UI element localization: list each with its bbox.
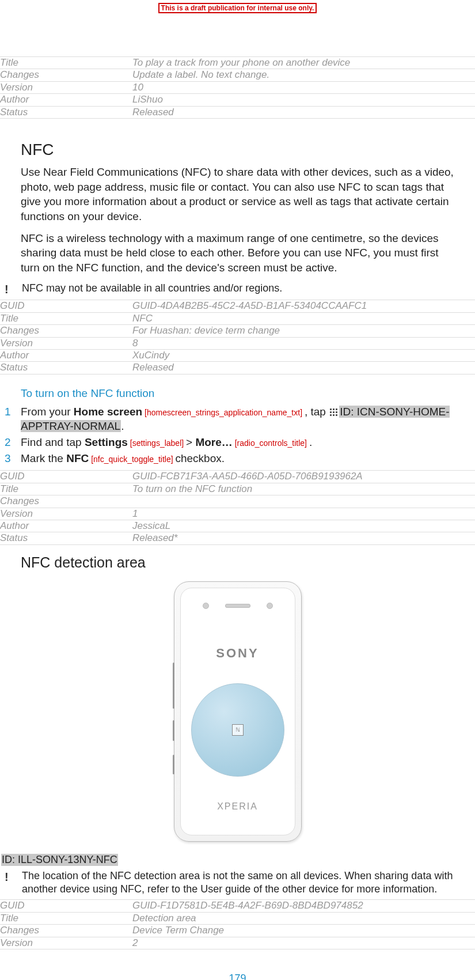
step-3: Mark the NFC [nfc_quick_toggle_title] ch… [5,451,475,466]
svg-rect-1 [333,408,335,410]
note-2: ! The location of the NFC detection area… [0,869,475,896]
phone-side-button [173,755,174,774]
meta-key: GUID [0,300,132,312]
draft-banner: This is a draft publication for internal… [0,1,475,13]
ref-radio-controls: [radio_controls_title] [233,438,309,448]
steps-list: From your Home screen [homescreen_string… [0,404,475,466]
meta-key: Version [0,508,132,520]
meta-key: GUID [0,471,132,483]
phone-outline: SONY ℕ XPERIA [174,581,302,842]
meta-key: Changes [0,69,132,81]
speaker-slit-icon [225,604,250,608]
meta-val: Released [132,106,475,118]
meta-val: To turn on the NFC function [132,483,475,495]
meta-key: Changes [0,325,132,337]
important-icon: ! [0,869,22,884]
draft-banner-text: This is a draft publication for internal… [158,3,317,13]
important-icon: ! [0,282,22,296]
meta-key: Title [0,483,132,495]
meta-val: 8 [132,337,475,349]
svg-rect-5 [336,411,337,413]
phone-side-button [173,663,174,709]
ref-nfc-toggle: [nfc_quick_toggle_title] [89,455,175,464]
term-nfc: NFC [66,452,89,464]
meta-key: GUID [0,900,132,912]
note-1: ! NFC may not be available in all countr… [0,282,475,296]
meta-key: Version [0,81,132,93]
phone-top-sensors [181,599,295,614]
metadata-table-4: GUIDGUID-F1D7581D-5E4B-4A2F-B69D-8BD4BD9… [0,899,475,949]
meta-key: Changes [0,925,132,937]
meta-val: NFC [132,312,475,324]
step-1: From your Home screen [homescreen_string… [5,404,475,434]
sony-logo: SONY [181,646,295,661]
svg-rect-4 [333,411,335,413]
svg-rect-8 [336,414,337,416]
meta-key: Status [0,362,132,374]
nfc-area-circle: ℕ [191,683,284,777]
meta-key: Version [0,937,132,949]
meta-val: 2 [132,937,475,949]
camera-dot-icon [203,603,209,609]
svg-rect-2 [336,408,337,410]
meta-val: GUID-4DA4B2B5-45C2-4A5D-B1AF-53404CCAAFC… [132,300,475,312]
svg-rect-0 [330,408,332,410]
meta-key: Author [0,350,132,362]
meta-key: Author [0,94,132,106]
meta-key: Title [0,57,132,69]
nfc-symbol-icon: ℕ [232,724,244,736]
illustration-id: ID: ILL-SONY-13NY-NFC [1,854,118,866]
heading-nfc: NFC [21,141,454,159]
meta-val: GUID-F1D7581D-5E4B-4A2F-B69D-8BD4BD97485… [132,900,475,912]
heading-nfc-detection: NFC detection area [21,554,454,571]
apptray-grid-icon [330,408,338,417]
meta-val: Released [132,362,475,374]
meta-val: Update a label. No text change. [132,69,475,81]
meta-key: Author [0,520,132,532]
meta-key: Status [0,532,132,544]
meta-val [132,495,475,508]
page-footer: 179 This is an Internet version of this … [0,973,475,980]
term-home-screen: Home screen [74,406,142,418]
meta-val: JessicaL [132,520,475,532]
svg-rect-7 [333,414,335,416]
meta-key: Version [0,337,132,349]
term-more: More… [195,436,232,448]
meta-key: Title [0,912,132,924]
meta-val: Detection area [132,912,475,924]
meta-key: Status [0,106,132,118]
term-settings: Settings [85,436,128,448]
meta-key: Title [0,312,132,324]
svg-rect-3 [330,411,332,413]
subheading-turn-on-nfc: To turn on the NFC function [21,387,454,400]
meta-val: GUID-FCB71F3A-AA5D-466D-A05D-706B9193962… [132,471,475,483]
note-1-text: NFC may not be available in all countrie… [22,282,282,295]
flash-dot-icon [267,603,273,609]
meta-key: Changes [0,495,132,508]
xperia-logo: XPERIA [181,801,295,812]
meta-val: Released* [132,532,475,544]
svg-rect-6 [330,414,332,416]
metadata-table-2: GUIDGUID-4DA4B2B5-45C2-4A5D-B1AF-53404CC… [0,300,475,374]
meta-val: To play a track from your phone on anoth… [132,57,475,69]
phone-illustration: SONY ℕ XPERIA [21,581,454,845]
phone-back: SONY ℕ XPERIA [180,588,295,835]
meta-val: LiShuo [132,94,475,106]
paragraph-2: NFC is a wireless technology with a maxi… [21,231,454,275]
phone-side-button [173,720,174,741]
metadata-table-1: TitleTo play a track from your phone on … [0,56,475,119]
paragraph-1: Use Near Field Communications (NFC) to s… [21,165,454,224]
meta-val: 1 [132,508,475,520]
meta-val: For Huashan: device term change [132,325,475,337]
meta-val: 10 [132,81,475,93]
metadata-table-3: GUIDGUID-FCB71F3A-AA5D-466D-A05D-706B919… [0,470,475,544]
note-2-text: The location of the NFC detection area i… [22,869,475,896]
meta-val: XuCindy [132,350,475,362]
ref-settings: [settings_label] [128,438,186,448]
step-2: Find and tap Settings [settings_label] >… [5,435,475,450]
ref-homescreen: [homescreen_strings_application_name_txt… [142,408,305,417]
meta-val: Device Term Change [132,925,475,937]
page-number: 179 [0,973,475,980]
